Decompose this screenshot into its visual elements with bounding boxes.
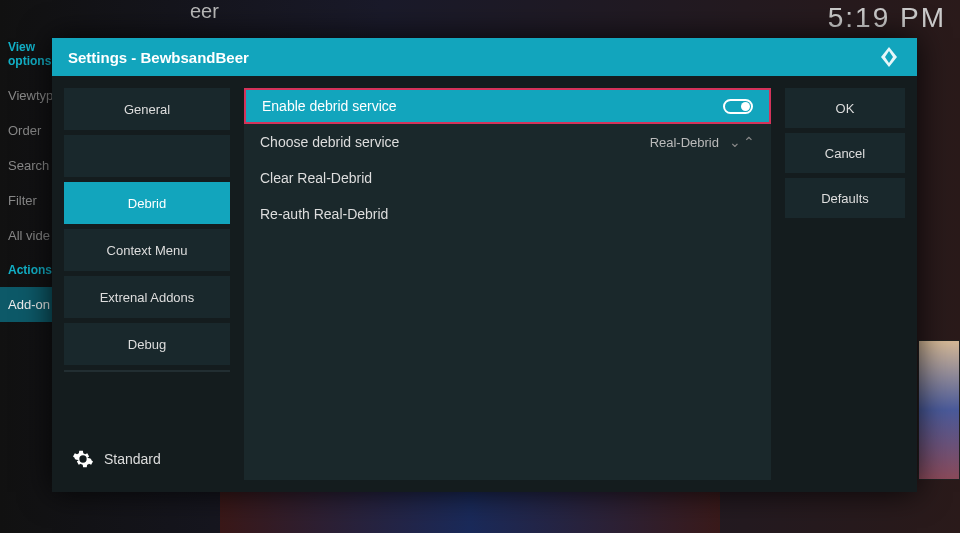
bg-addon-title-fragment: eer <box>190 0 219 23</box>
option-label: Re-auth Real-Debrid <box>260 206 755 222</box>
options-sidebar: View options Viewtyp Order Search Filter… <box>0 30 60 322</box>
settings-dialog: Settings - BewbsandBeer General Debrid C… <box>52 38 917 492</box>
thumbnail-image <box>918 340 960 480</box>
dialog-titlebar: Settings - BewbsandBeer <box>52 38 917 76</box>
options-panel: Enable debrid service Choose debrid serv… <box>244 88 771 480</box>
settings-level-label: Standard <box>104 451 161 467</box>
sidebar-item-filter[interactable]: Filter <box>0 183 60 218</box>
sidebar-item-order[interactable]: Order <box>0 113 60 148</box>
actions-heading: Actions <box>0 253 60 287</box>
option-clear-rd[interactable]: Clear Real-Debrid <box>244 160 771 196</box>
category-context-menu[interactable]: Context Menu <box>64 229 230 271</box>
cancel-button[interactable]: Cancel <box>785 133 905 173</box>
view-options-heading: View options <box>0 30 60 78</box>
dialog-title-text: Settings - BewbsandBeer <box>68 49 249 66</box>
toggle-on-icon[interactable] <box>723 99 753 114</box>
ok-button[interactable]: OK <box>785 88 905 128</box>
sidebar-item-search[interactable]: Search <box>0 148 60 183</box>
category-external-addons[interactable]: Extrenal Addons <box>64 276 230 318</box>
kodi-logo-icon <box>877 45 901 69</box>
category-separator <box>64 370 230 372</box>
gear-icon <box>72 448 94 470</box>
category-debrid[interactable]: Debrid <box>64 182 230 224</box>
category-empty[interactable] <box>64 135 230 177</box>
option-enable-debrid[interactable]: Enable debrid service <box>244 88 771 124</box>
category-general[interactable]: General <box>64 88 230 130</box>
option-label: Clear Real-Debrid <box>260 170 755 186</box>
option-value: Real-Debrid <box>650 135 719 150</box>
option-reauth-rd[interactable]: Re-auth Real-Debrid <box>244 196 771 232</box>
option-label: Enable debrid service <box>262 98 723 114</box>
spinner-arrows: ⌄ ⌃ <box>729 134 755 150</box>
option-choose-debrid[interactable]: Choose debrid service Real-Debrid ⌄ ⌃ <box>244 124 771 160</box>
chevron-down-icon[interactable]: ⌄ <box>729 134 741 150</box>
fanart-strip <box>220 491 720 533</box>
sidebar-item-allvideo[interactable]: All vide <box>0 218 60 253</box>
category-column: General Debrid Context Menu Extrenal Add… <box>64 88 230 480</box>
clock: 5:19 PM <box>828 2 946 34</box>
sidebar-item-viewtype[interactable]: Viewtyp <box>0 78 60 113</box>
sidebar-item-addons[interactable]: Add-on <box>0 287 60 322</box>
action-column: OK Cancel Defaults <box>785 88 905 480</box>
option-label: Choose debrid service <box>260 134 650 150</box>
chevron-up-icon[interactable]: ⌃ <box>743 134 755 150</box>
defaults-button[interactable]: Defaults <box>785 178 905 218</box>
settings-level-button[interactable]: Standard <box>64 438 230 480</box>
category-debug[interactable]: Debug <box>64 323 230 365</box>
